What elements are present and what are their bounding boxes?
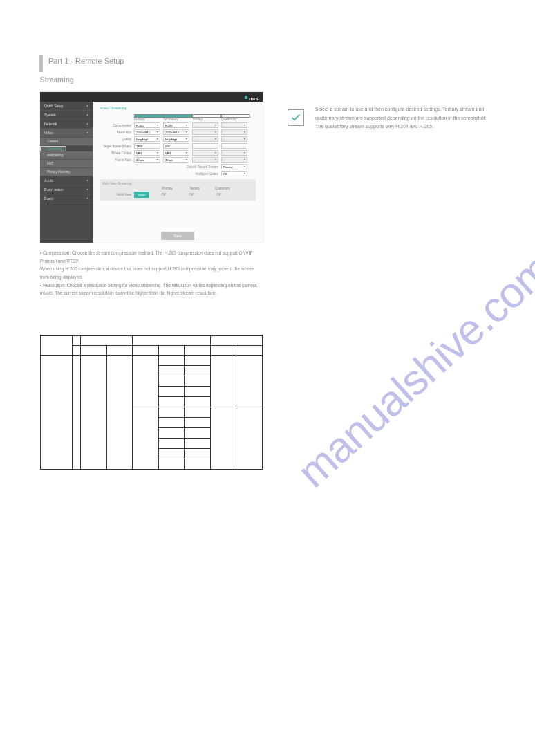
table-head-row1 — [41, 335, 263, 345]
bitratecontrol-quaternary[interactable]: - — [221, 150, 247, 156]
check-icon — [290, 112, 301, 123]
quality-secondary[interactable]: Very High — [163, 136, 189, 142]
compression-primary[interactable]: H.265 — [134, 122, 160, 128]
section-title: Streaming — [40, 76, 74, 84]
left-text: • Compression: Choose the stream compres… — [40, 249, 263, 297]
breadcrumb: Video / Streaming — [93, 102, 263, 114]
bitratecontrol-primary[interactable]: VBR — [134, 150, 160, 156]
quality-tertiary[interactable]: - — [192, 136, 218, 142]
intelcodec-select[interactable]: Off — [221, 171, 247, 176]
form-area: Primary Secondary Tertiary Quaternary Co… — [93, 114, 263, 176]
check-icon-box — [288, 109, 304, 126]
bitrate-tertiary[interactable] — [192, 143, 218, 149]
right-text: Select a stream to use and then configur… — [315, 105, 495, 131]
row-defaultrecord: Default Record Stream Primary — [100, 164, 256, 169]
compression-tertiary[interactable]: - — [192, 122, 218, 128]
save-button[interactable]: Save — [161, 232, 194, 240]
multiview-summary: Multi-View Streaming Primary Tertiary Qu… — [100, 179, 256, 201]
table-head-row2 — [41, 345, 263, 355]
header-section: Part 1 - Remote Setup — [48, 57, 124, 65]
framerate-secondary[interactable]: 30 ips — [163, 157, 189, 163]
topbar: IDIS — [40, 92, 263, 102]
sidebar: Quick Setup▸ System▸ Network▸ Video▾ Cam… — [40, 102, 93, 243]
bitrate-quaternary[interactable] — [221, 143, 247, 149]
sidebar-item-privacy[interactable]: Privacy Masking — [40, 168, 93, 176]
sidebar-item-eventaction[interactable]: Event Action▸ — [40, 185, 93, 194]
table-body — [41, 355, 263, 469]
resolution-tertiary[interactable]: - — [192, 129, 218, 135]
row-resolution: Resolution 2592x1944 2592x1944 - - — [100, 129, 256, 135]
sidebar-item-camera[interactable]: Camera — [40, 138, 93, 146]
sidebar-item-mat[interactable]: MAT — [40, 160, 93, 168]
sidebar-item-system[interactable]: System▸ — [40, 111, 93, 120]
row-quality: Quality Very High Very High - - — [100, 136, 256, 142]
compression-secondary[interactable]: H.265 — [163, 122, 189, 128]
row-framerate: Frame Rate 30 ips 30 ips - - — [100, 157, 256, 163]
sidebar-item-webcasting[interactable]: Webcasting — [40, 151, 93, 160]
row-intelcodec: Intelligent Codec Off — [100, 171, 256, 176]
framerate-primary[interactable]: 30 ips — [134, 157, 160, 163]
row-bitrate: Target Bitrate (Kbps) 1300 500 — [100, 143, 256, 149]
app-screenshot: IDIS Quick Setup▸ System▸ Network▸ Video… — [40, 92, 263, 243]
row-bitratecontrol: Bitrate Control VBR VBR - - — [100, 150, 256, 156]
resolution-secondary[interactable]: 2592x1944 — [163, 129, 189, 135]
sidebar-item-event[interactable]: Event▸ — [40, 194, 93, 203]
logo-icon — [245, 96, 247, 99]
resolution-table — [40, 335, 263, 470]
sidebar-item-streaming[interactable]: Streaming — [40, 146, 66, 151]
compression-quaternary[interactable]: - — [221, 122, 247, 128]
bitratecontrol-secondary[interactable]: VBR — [163, 150, 189, 156]
quality-quaternary[interactable]: - — [221, 136, 247, 142]
sidebar-item-quicksetup[interactable]: Quick Setup▸ — [40, 102, 93, 111]
header-bar — [39, 55, 43, 72]
defaultrecord-select[interactable]: Primary — [221, 164, 247, 169]
quality-primary[interactable]: Very High — [134, 136, 160, 142]
table-row — [41, 355, 263, 365]
save-container: Save — [93, 228, 263, 240]
watermark: manualshive.com — [288, 244, 535, 497]
sidebar-item-network[interactable]: Network▸ — [40, 120, 93, 129]
column-headers: Primary Secondary Tertiary Quaternary — [100, 114, 256, 121]
sidebar-item-video[interactable]: Video▾ — [40, 129, 93, 138]
sidebar-item-audio[interactable]: Audio▸ — [40, 176, 93, 185]
resolution-primary[interactable]: 2592x1944 — [134, 129, 160, 135]
bitrate-secondary[interactable]: 500 — [163, 143, 189, 149]
content-panel: Video / Streaming Primary Secondary Tert… — [93, 102, 263, 243]
resolution-quaternary[interactable]: - — [221, 129, 247, 135]
bitrate-primary[interactable]: 1300 — [134, 143, 160, 149]
framerate-quaternary[interactable]: - — [221, 157, 247, 163]
framerate-tertiary[interactable]: - — [192, 157, 218, 163]
row-compression: Compression H.265 H.265 - - — [100, 122, 256, 128]
bitratecontrol-tertiary[interactable]: - — [192, 150, 218, 156]
setup-button[interactable]: Setup — [134, 192, 149, 198]
